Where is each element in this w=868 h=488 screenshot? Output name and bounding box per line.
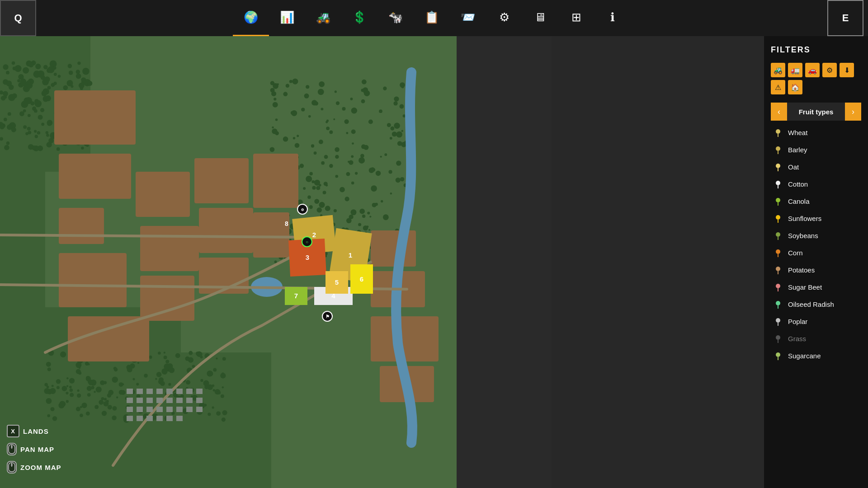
map-area[interactable] bbox=[0, 36, 457, 488]
filter-house-btn[interactable]: 🏠 bbox=[788, 80, 802, 94]
fruit-list: WheatBarleyOatCottonCanolaSunflowersSoyb… bbox=[771, 124, 861, 364]
nav-globe-btn[interactable]: 🌍 bbox=[233, 0, 269, 36]
fruit-item-grass[interactable]: Grass bbox=[771, 330, 861, 347]
fruit-item-poplar[interactable]: Poplar bbox=[771, 313, 861, 329]
fruit-color-poplar bbox=[773, 316, 783, 327]
fruit-name-oat: Oat bbox=[788, 163, 799, 171]
fruit-item-cotton[interactable]: Cotton bbox=[771, 176, 861, 192]
fruit-color-sugar-beet bbox=[773, 282, 783, 292]
pan-map-control: PAN MAP bbox=[7, 443, 61, 455]
fruit-color-sugarcane bbox=[773, 350, 783, 361]
nav-modules-btn[interactable]: ⊞ bbox=[558, 0, 594, 36]
fruit-name-wheat: Wheat bbox=[788, 129, 807, 136]
svg-point-18 bbox=[776, 232, 780, 237]
nav-dollar-btn[interactable]: 💲 bbox=[341, 0, 377, 36]
filter-truck-btn[interactable]: 🚛 bbox=[788, 63, 802, 77]
nav-tractor-btn[interactable]: 🚜 bbox=[305, 0, 341, 36]
fruit-color-soybeans bbox=[773, 230, 783, 241]
fruit-item-sunflowers[interactable]: Sunflowers bbox=[771, 210, 861, 226]
pan-map-label: PAN MAP bbox=[20, 446, 54, 453]
svg-point-24 bbox=[776, 284, 780, 288]
filter-download-btn[interactable]: ⬇ bbox=[840, 63, 854, 77]
nav-monitor-btn[interactable]: 🖥 bbox=[522, 0, 558, 36]
fruit-item-corn[interactable]: Corn bbox=[771, 244, 861, 261]
e-button[interactable]: E bbox=[827, 0, 863, 36]
fruit-item-barley[interactable]: Barley bbox=[771, 141, 861, 158]
lands-label: LANDS bbox=[23, 427, 49, 435]
filter-icons-row: 🚜 🚛 🚗 ⚙ ⬇ ⚠ 🏠 bbox=[771, 63, 861, 94]
fruit-color-sunflowers bbox=[773, 213, 783, 224]
fruit-item-oat[interactable]: Oat bbox=[771, 159, 861, 175]
fruit-name-poplar: Poplar bbox=[788, 318, 807, 325]
filters-panel: FILTERS 🚜 🚛 🚗 ⚙ ⬇ ⚠ 🏠 ‹ Fruit types › Wh… bbox=[764, 36, 868, 488]
filters-title: FILTERS bbox=[771, 45, 861, 55]
fruit-color-barley bbox=[773, 144, 783, 155]
fruit-color-corn bbox=[773, 247, 783, 258]
bottom-controls: X LANDS PAN MAP ZOOM MAP bbox=[7, 425, 61, 479]
x-key[interactable]: X bbox=[7, 425, 19, 437]
svg-point-20 bbox=[776, 249, 780, 254]
fruit-name-soybeans: Soybeans bbox=[788, 232, 818, 239]
fruit-color-oilseed-radish bbox=[773, 299, 783, 310]
nav-chart-btn[interactable]: 📊 bbox=[269, 0, 305, 36]
fruit-color-potatoes bbox=[773, 264, 783, 275]
svg-point-10 bbox=[776, 164, 780, 168]
svg-point-30 bbox=[776, 335, 780, 340]
fruit-name-grass: Grass bbox=[788, 335, 806, 343]
filter-gear-btn[interactable]: ⚙ bbox=[822, 63, 837, 77]
fruit-color-wheat bbox=[773, 127, 783, 138]
fruit-color-canola bbox=[773, 196, 783, 206]
fruit-name-canola: Canola bbox=[788, 197, 810, 205]
zoom-mouse bbox=[7, 461, 17, 474]
nav-cow-btn[interactable]: 🐄 bbox=[377, 0, 414, 36]
fruit-nav-left[interactable]: ‹ bbox=[771, 103, 787, 121]
filter-tractor-btn[interactable]: 🚜 bbox=[771, 63, 785, 77]
filter-vehicle-btn[interactable]: 🚗 bbox=[805, 63, 820, 77]
svg-point-12 bbox=[776, 181, 780, 185]
fruit-item-potatoes[interactable]: Potatoes bbox=[771, 262, 861, 278]
fruit-nav-label: Fruit types bbox=[787, 103, 845, 121]
fruit-item-wheat[interactable]: Wheat bbox=[771, 124, 861, 141]
svg-point-8 bbox=[776, 146, 780, 151]
fruit-name-sugarcane: Sugarcane bbox=[788, 352, 821, 360]
fruit-item-oilseed-radish[interactable]: Oilseed Radish bbox=[771, 296, 861, 312]
fruit-item-soybeans[interactable]: Soybeans bbox=[771, 227, 861, 244]
svg-point-32 bbox=[776, 352, 780, 357]
fruit-name-potatoes: Potatoes bbox=[788, 266, 815, 274]
svg-point-6 bbox=[776, 129, 780, 134]
zoom-map-control: ZOOM MAP bbox=[7, 461, 61, 474]
svg-point-14 bbox=[776, 198, 780, 202]
svg-point-5 bbox=[11, 464, 13, 466]
nav-icon-row: 🌍 📊 🚜 💲 🐄 📋 📨 ⚙ 🖥 ⊞ ℹ bbox=[36, 0, 827, 36]
nav-msg-btn[interactable]: 📨 bbox=[450, 0, 486, 36]
fruit-item-canola[interactable]: Canola bbox=[771, 193, 861, 209]
svg-point-26 bbox=[776, 301, 780, 305]
pan-mouse bbox=[7, 443, 17, 455]
fruit-color-cotton bbox=[773, 178, 783, 189]
svg-point-16 bbox=[776, 215, 780, 220]
fruit-name-oilseed-radish: Oilseed Radish bbox=[788, 300, 834, 308]
nav-info-btn[interactable]: ℹ bbox=[594, 0, 631, 36]
fruit-color-grass bbox=[773, 333, 783, 344]
fruit-item-sugarcane[interactable]: Sugarcane bbox=[771, 347, 861, 364]
lands-control: X LANDS bbox=[7, 425, 61, 437]
svg-point-28 bbox=[776, 318, 780, 323]
fruit-name-barley: Barley bbox=[788, 146, 807, 154]
fruit-name-sunflowers: Sunflowers bbox=[788, 215, 821, 222]
filter-alert-btn[interactable]: ⚠ bbox=[771, 80, 785, 94]
nav-harvest-btn[interactable]: ⚙ bbox=[486, 0, 522, 36]
fruit-name-corn: Corn bbox=[788, 249, 803, 257]
q-button[interactable]: Q bbox=[0, 0, 36, 36]
fruit-color-oat bbox=[773, 161, 783, 172]
fruit-nav-right[interactable]: › bbox=[845, 103, 861, 121]
svg-point-2 bbox=[11, 446, 13, 448]
top-navigation: Q 🌍 📊 🚜 💲 🐄 📋 📨 ⚙ 🖥 ⊞ ℹ E bbox=[0, 0, 868, 36]
svg-point-22 bbox=[776, 267, 780, 271]
zoom-map-label: ZOOM MAP bbox=[20, 464, 61, 471]
fruit-name-sugar-beet: Sugar Beet bbox=[788, 283, 822, 291]
nav-doc-btn[interactable]: 📋 bbox=[414, 0, 450, 36]
fruit-type-nav: ‹ Fruit types › bbox=[771, 103, 861, 121]
fruit-name-cotton: Cotton bbox=[788, 180, 808, 188]
fruit-item-sugar-beet[interactable]: Sugar Beet bbox=[771, 279, 861, 295]
